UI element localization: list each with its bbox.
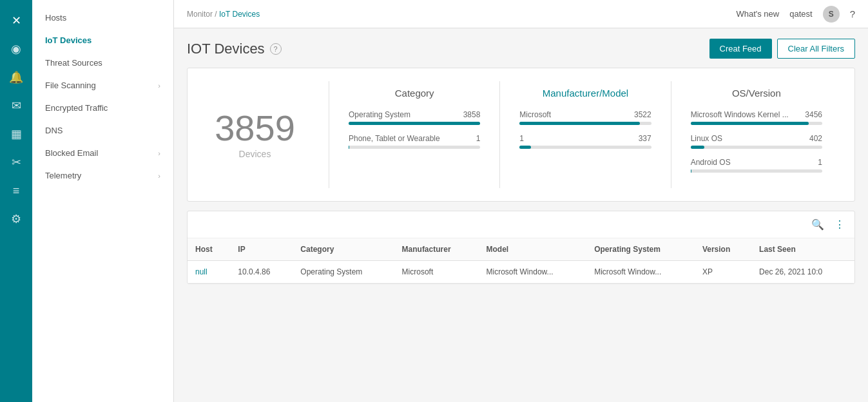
username: qatest xyxy=(789,9,812,19)
creat-feed-button[interactable]: Creat Feed xyxy=(709,39,772,59)
col-last-seen: Last Seen xyxy=(751,238,854,261)
stat-label: 1 xyxy=(519,134,524,143)
mail-icon[interactable]: ✉ xyxy=(0,91,32,120)
category-column: Category Operating System 3858 Phone, Ta… xyxy=(329,81,500,188)
manufacturer-title: Manufacturer/Model xyxy=(519,88,651,99)
stat-value: 3456 xyxy=(805,110,822,119)
sidebar-item-telemetry[interactable]: Telemetry › xyxy=(32,164,173,187)
cell-os: Microsoft Window... xyxy=(586,261,695,283)
sidebar-item-hosts[interactable]: Hosts xyxy=(32,6,173,29)
stat-row: Microsoft Windows Kernel ... 3456 xyxy=(691,110,822,125)
sidebar-item-threat-sources[interactable]: Threat Sources xyxy=(32,52,173,74)
stat-row: Linux OS 402 xyxy=(691,134,822,149)
stat-bar-fill xyxy=(519,122,640,125)
table-row: null 10.0.4.86 Operating System Microsof… xyxy=(188,261,854,283)
page-title-row: IOT Devices ? Creat Feed Clear All Filte… xyxy=(187,39,855,59)
stat-bar-bg xyxy=(691,122,822,125)
stat-bar-fill xyxy=(349,146,349,149)
clear-filters-button[interactable]: Clear All Filters xyxy=(777,39,855,59)
search-icon-button[interactable]: 🔍 xyxy=(809,216,826,233)
stat-label: Microsoft Windows Kernel ... xyxy=(691,110,789,119)
more-options-button[interactable]: ⋮ xyxy=(833,216,847,233)
content-area: IOT Devices ? Creat Feed Clear All Filte… xyxy=(174,28,868,402)
sidebar: Hosts IoT Devices Threat Sources File Sc… xyxy=(32,0,174,402)
help-tooltip-icon[interactable]: ? xyxy=(270,43,282,55)
stat-bar-fill xyxy=(691,122,809,125)
stat-bar-fill xyxy=(349,122,480,125)
alerts-icon[interactable]: 🔔 xyxy=(0,63,32,91)
stat-value: 1 xyxy=(476,134,481,143)
top-header: Monitor / IoT Devices What's new qatest … xyxy=(174,0,868,28)
cell-last-seen: Dec 26, 2021 10:0 xyxy=(751,261,854,283)
summary-card: 3859 Devices Category Operating System 3… xyxy=(187,68,855,202)
os-column: OS/Version Microsoft Windows Kernel ... … xyxy=(671,81,842,188)
stat-value: 402 xyxy=(809,134,822,143)
table-header-row: Host IP Category Manufacturer Model Oper… xyxy=(188,238,854,261)
stat-row: Phone, Tablet or Wearable 1 xyxy=(349,134,480,149)
manufacturer-column: Manufacturer/Model Microsoft 3522 1 xyxy=(500,81,671,188)
stat-bar-fill xyxy=(519,146,531,149)
stat-row: Android OS 1 xyxy=(691,158,822,173)
cell-model: Microsoft Window... xyxy=(479,261,587,283)
stat-row: Operating System 3858 xyxy=(349,110,480,125)
list-icon[interactable]: ≡ xyxy=(0,177,32,205)
stat-bar-bg xyxy=(519,146,651,149)
dashboard-icon[interactable]: ▦ xyxy=(0,120,32,148)
stat-bar-fill xyxy=(691,146,704,149)
stat-bar-bg xyxy=(691,146,822,149)
device-count-section: 3859 Devices xyxy=(200,81,329,188)
sidebar-item-encrypted-traffic[interactable]: Encrypted Traffic xyxy=(32,97,173,119)
col-model: Model xyxy=(479,238,587,261)
page-actions: Creat Feed Clear All Filters xyxy=(709,39,855,59)
breadcrumb-current[interactable]: IoT Devices xyxy=(219,10,260,19)
stat-value: 337 xyxy=(639,134,651,143)
cell-host[interactable]: null xyxy=(188,261,230,283)
cell-manufacturer: Microsoft xyxy=(394,261,479,283)
cell-category: Operating System xyxy=(293,261,394,283)
category-title: Category xyxy=(349,88,480,99)
monitor-icon[interactable]: ◉ xyxy=(0,35,32,63)
tools-icon[interactable]: ✂ xyxy=(0,148,32,177)
sidebar-item-iot-devices[interactable]: IoT Devices xyxy=(32,29,173,52)
chevron-right-icon: › xyxy=(158,149,160,157)
avatar[interactable]: S xyxy=(823,6,840,23)
whats-new-link[interactable]: What's new xyxy=(736,9,779,19)
cell-ip: 10.0.4.86 xyxy=(230,261,293,283)
cell-version: XP xyxy=(695,261,751,283)
main-content: Monitor / IoT Devices What's new qatest … xyxy=(174,0,868,402)
stat-bar-bg xyxy=(349,146,480,149)
col-version: Version xyxy=(695,238,751,261)
device-count-label: Devices xyxy=(239,149,271,159)
col-os: Operating System xyxy=(586,238,695,261)
settings-icon[interactable]: ⚙ xyxy=(0,205,32,233)
stat-bar-fill xyxy=(691,169,691,173)
chevron-right-icon: › xyxy=(158,172,160,180)
col-category: Category xyxy=(293,238,394,261)
col-ip: IP xyxy=(230,238,293,261)
stats-section: Category Operating System 3858 Phone, Ta… xyxy=(329,81,842,188)
col-manufacturer: Manufacturer xyxy=(394,238,479,261)
chevron-right-icon: › xyxy=(158,82,160,90)
close-icon[interactable]: ✕ xyxy=(0,6,32,35)
device-count-number: 3859 xyxy=(215,110,295,146)
stat-bar-bg xyxy=(349,122,480,125)
stat-row: 1 337 xyxy=(519,134,651,149)
stat-value: 3522 xyxy=(634,110,651,119)
sidebar-item-dns[interactable]: DNS xyxy=(32,119,173,142)
stat-label: Android OS xyxy=(691,158,731,167)
stat-row: Microsoft 3522 xyxy=(519,110,651,125)
stat-value: 1 xyxy=(818,158,822,167)
sidebar-item-file-scanning[interactable]: File Scanning › xyxy=(32,74,173,97)
breadcrumb-monitor[interactable]: Monitor xyxy=(187,10,213,19)
page-title: IOT Devices ? xyxy=(187,41,282,57)
breadcrumb: Monitor / IoT Devices xyxy=(187,10,260,19)
stat-label: Linux OS xyxy=(691,134,722,143)
sidebar-item-blocked-email[interactable]: Blocked Email › xyxy=(32,142,173,164)
stat-label: Microsoft xyxy=(519,110,551,119)
table-card: 🔍 ⋮ Host IP Category Manufacturer Model … xyxy=(187,211,855,284)
stat-bar-bg xyxy=(691,169,822,173)
help-icon[interactable]: ? xyxy=(850,8,855,19)
top-right-bar: What's new qatest S ? xyxy=(736,6,855,23)
col-host: Host xyxy=(188,238,230,261)
stat-label: Phone, Tablet or Wearable xyxy=(349,134,440,143)
